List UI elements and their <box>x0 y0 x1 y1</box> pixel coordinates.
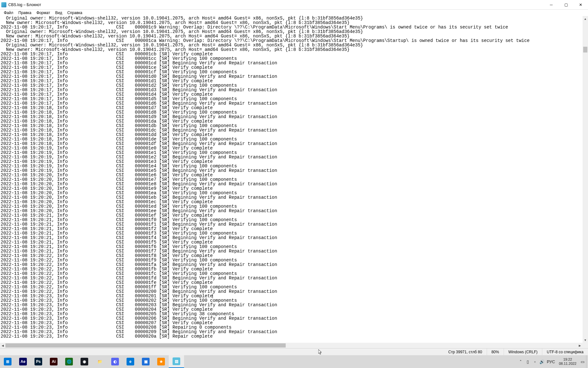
scroll-up-icon[interactable]: ▲ <box>583 16 588 21</box>
tray-chevron-icon[interactable]: ˄ <box>517 359 524 364</box>
status-zoom: 80% <box>487 348 504 355</box>
status-eol: Windows (CRLF) <box>504 348 542 355</box>
scroll-corner <box>583 343 588 348</box>
window-title: CBS.log – Блокнот <box>8 3 544 7</box>
editor-area: Original owner: Microsoft-Windows-shell3… <box>0 16 588 348</box>
taskbar-file-explorer[interactable]: 📁 <box>92 355 107 368</box>
vertical-scrollbar[interactable]: ▲ ▼ <box>583 16 588 343</box>
scroll-right-icon[interactable]: ▶ <box>577 343 583 348</box>
tray-battery-icon[interactable]: ▯ <box>524 359 531 364</box>
tray-clock[interactable]: 19:22 08.11.2022 <box>556 357 579 366</box>
photoshop-icon: Ps <box>35 358 42 365</box>
taskbar-start[interactable]: ⊞ <box>0 355 15 368</box>
taskbar-after-effects[interactable]: Ae <box>15 355 31 368</box>
tray-volume-icon[interactable]: 🔊 <box>538 359 545 364</box>
taskbar-photoshop[interactable]: Ps <box>31 355 46 368</box>
start-icon: ⊞ <box>4 358 12 365</box>
edge-icon: e <box>127 358 134 365</box>
taskbar-app-star[interactable]: ★ <box>153 355 169 368</box>
statusbar: Стр 39971, стлб 80 80% Windows (CRLF) UT… <box>0 348 588 355</box>
menu-help[interactable]: Справка <box>65 10 85 16</box>
globe-app-icon: 🌐 <box>65 358 73 365</box>
tray-notifications-icon[interactable]: ▭ <box>579 359 586 364</box>
hscroll-track[interactable] <box>5 343 577 348</box>
app-star-icon: ★ <box>157 358 165 365</box>
file-explorer-icon: 📁 <box>96 358 104 365</box>
status-encoding: UTF-8 со специфика <box>542 348 588 355</box>
tray-date: 08.11.2022 <box>559 362 576 366</box>
taskbar-app-blue[interactable]: ▣ <box>138 355 153 368</box>
menu-file[interactable]: Файл <box>1 10 16 16</box>
taskbar-discord[interactable]: ◐ <box>107 355 123 368</box>
taskbar-notepad[interactable]: ▤ <box>169 355 184 368</box>
menu-view[interactable]: Вид <box>53 10 65 16</box>
vscroll-thumb[interactable] <box>583 47 587 52</box>
horizontal-scrollbar[interactable]: ◀ ▶ <box>0 343 583 348</box>
taskbar-globe-app[interactable]: 🌐 <box>61 355 77 368</box>
menu-format[interactable]: Формат <box>34 10 53 16</box>
system-tray: ˄ ▯ ▫ 🔊 РУС 19:22 08.11.2022 ▭ <box>517 355 588 368</box>
titlebar[interactable]: CBS.log – Блокнот ─ ▢ ✕ <box>0 0 588 10</box>
text-content[interactable]: Original owner: Microsoft-Windows-shell3… <box>0 16 583 343</box>
taskbar: ⊞AePsAi🌐◉📁◐e▣★▤ ˄ ▯ ▫ 🔊 РУС 19:22 08.11.… <box>0 355 588 368</box>
discord-icon: ◐ <box>111 358 119 365</box>
show-desktop-button[interactable] <box>586 355 588 368</box>
hscroll-thumb[interactable] <box>5 343 286 348</box>
notepad-icon: ▤ <box>173 357 180 365</box>
scroll-down-icon[interactable]: ▼ <box>583 337 588 343</box>
close-button[interactable]: ✕ <box>573 0 588 10</box>
status-position: Стр 39971, стлб 80 <box>444 348 487 355</box>
notepad-icon <box>1 2 6 7</box>
illustrator-icon: Ai <box>50 358 58 365</box>
tray-network-icon[interactable]: ▫ <box>531 359 538 364</box>
tray-language[interactable]: РУС <box>545 359 556 364</box>
steam-icon: ◉ <box>81 358 88 365</box>
maximize-button[interactable]: ▢ <box>559 0 573 10</box>
taskbar-steam[interactable]: ◉ <box>77 355 92 368</box>
taskbar-edge[interactable]: e <box>123 355 138 368</box>
menu-edit[interactable]: Правка <box>16 10 34 16</box>
app-blue-icon: ▣ <box>142 358 150 365</box>
taskbar-illustrator[interactable]: Ai <box>46 355 61 368</box>
vscroll-track[interactable] <box>583 21 588 337</box>
scroll-left-icon[interactable]: ◀ <box>0 343 5 348</box>
after-effects-icon: Ae <box>19 358 27 365</box>
minimize-button[interactable]: ─ <box>544 0 559 10</box>
menubar: Файл Правка Формат Вид Справка <box>0 10 588 16</box>
tray-time: 19:22 <box>559 357 576 362</box>
